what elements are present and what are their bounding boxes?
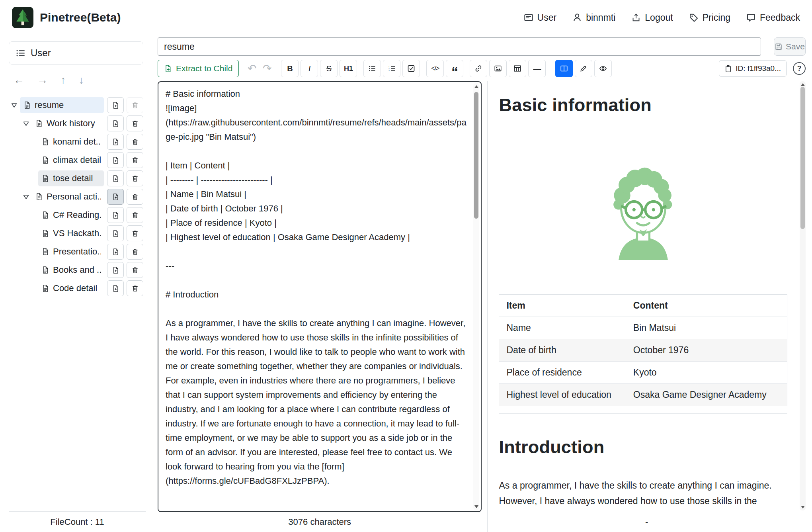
add-child-file-button[interactable] [107, 225, 124, 241]
tree-item-label: Code detail [53, 283, 97, 293]
app-root: Pinetree(Beta) User binnmti Logout Prici… [0, 0, 812, 532]
add-child-file-button[interactable] [107, 207, 124, 223]
nav-forward-button[interactable]: → [37, 74, 48, 86]
nav-feedback[interactable]: Feedback [746, 12, 800, 23]
editor-toolbar: Extract to Child ↶ ↷ B I S H1 </> [158, 60, 806, 77]
preview-scrollbar[interactable] [800, 81, 806, 510]
horizontal-rule-button[interactable]: — [528, 60, 546, 77]
format-group: B I S H1 [281, 60, 357, 77]
table-button[interactable] [509, 60, 526, 77]
save-button[interactable]: Save [774, 37, 806, 56]
nav-down-button[interactable]: ↓ [79, 74, 84, 86]
delete-file-button[interactable] [127, 134, 143, 150]
nav-back-button[interactable]: ← [14, 74, 24, 86]
extract-to-child-label: Extract to Child [176, 64, 232, 73]
tree-item[interactable]: Work history [9, 114, 150, 133]
trash-icon [131, 285, 139, 292]
editor-scrollbar[interactable] [473, 83, 479, 510]
delete-file-button[interactable] [127, 189, 143, 205]
document-title-input[interactable] [158, 37, 761, 56]
split-view-toggle[interactable] [555, 60, 573, 77]
sidebar-user-box[interactable]: User [9, 41, 143, 65]
title-row: Save [158, 37, 806, 56]
add-child-file-button[interactable] [107, 244, 124, 260]
trash-icon [131, 266, 139, 274]
link-button[interactable] [470, 60, 487, 77]
file-plus-icon [112, 175, 119, 182]
scrollbar-thumb[interactable] [800, 87, 805, 229]
add-child-file-button[interactable] [107, 189, 124, 205]
add-child-file-button[interactable] [107, 262, 124, 278]
table-cell: Place of residence [499, 362, 626, 384]
delete-file-button[interactable] [127, 207, 143, 223]
nav-pricing[interactable]: Pricing [689, 12, 730, 23]
add-child-file-button[interactable] [107, 280, 124, 296]
strikethrough-button[interactable]: S [320, 60, 338, 77]
caret-down-icon[interactable] [22, 120, 30, 127]
file-export-icon [164, 65, 172, 72]
tree-item[interactable]: Code detail [9, 279, 150, 297]
undo-button[interactable]: ↶ [244, 60, 260, 77]
markdown-editor[interactable]: # Basic information ![image] (https://ra… [158, 81, 482, 512]
add-child-file-button[interactable] [107, 97, 124, 113]
bullet-list-button[interactable] [363, 60, 381, 77]
tree-item-active[interactable]: tose detail [9, 169, 150, 188]
tree-item-label: Personal acti... [47, 192, 101, 202]
tree-nav-arrows: ← → ↑ ↓ [14, 74, 150, 86]
help-button[interactable]: ? [793, 62, 806, 75]
nav-account[interactable]: binnmti [572, 12, 615, 23]
scroll-down-arrow[interactable] [474, 505, 478, 508]
delete-file-button[interactable] [127, 170, 143, 186]
caret-down-icon[interactable] [22, 193, 30, 201]
scroll-down-arrow[interactable] [801, 506, 805, 509]
add-child-file-button[interactable] [107, 152, 124, 168]
tree-item[interactable]: VS Hackath... [9, 224, 150, 243]
heading-button[interactable]: H1 [340, 60, 357, 77]
delete-file-button[interactable] [127, 97, 143, 113]
split-panes: # Basic information ![image] (https://ra… [158, 81, 806, 532]
tree-item[interactable]: Presentatio... [9, 243, 150, 261]
code-button[interactable]: </> [426, 60, 444, 77]
nav-user[interactable]: User [524, 12, 557, 23]
add-child-file-button[interactable] [107, 170, 124, 186]
edit-view-toggle[interactable] [575, 60, 592, 77]
file-icon [41, 211, 49, 219]
image-button[interactable] [489, 60, 507, 77]
nav-user-label: User [537, 12, 557, 23]
document-id-button[interactable]: ID: f1ff93a0... [719, 60, 787, 77]
avatar-wrap [499, 157, 787, 260]
extract-to-child-button[interactable]: Extract to Child [158, 60, 239, 77]
italic-button[interactable]: I [301, 60, 318, 77]
add-child-file-button[interactable] [107, 134, 124, 150]
delete-file-button[interactable] [127, 280, 143, 296]
preview-view-toggle[interactable] [594, 60, 612, 77]
nav-up-button[interactable]: ↑ [61, 74, 66, 86]
delete-file-button[interactable] [127, 244, 143, 260]
caret-down-icon[interactable] [10, 102, 18, 109]
trash-icon [131, 102, 139, 109]
delete-file-button[interactable] [127, 262, 143, 278]
delete-file-button[interactable] [127, 115, 143, 131]
nav-logout[interactable]: Logout [631, 12, 673, 23]
table-cell: Bin Matsui [626, 317, 787, 339]
tree-item[interactable]: climax detail [9, 151, 150, 169]
tree-item[interactable]: Personal acti... [9, 188, 150, 206]
bold-button[interactable]: B [281, 60, 299, 77]
tree-item[interactable]: resume [9, 96, 150, 114]
delete-file-button[interactable] [127, 225, 143, 241]
scrollbar-thumb[interactable] [474, 92, 478, 219]
delete-file-button[interactable] [127, 152, 143, 168]
tree-item[interactable]: Books and ... [9, 261, 150, 279]
redo-button[interactable]: ↷ [260, 60, 275, 77]
header: Pinetree(Beta) User binnmti Logout Prici… [0, 0, 812, 35]
add-child-file-button[interactable] [107, 115, 124, 131]
checklist-button[interactable] [402, 60, 420, 77]
table-cell: Osaka Game Designer Academy [626, 384, 787, 406]
ordered-list-button[interactable] [383, 60, 400, 77]
scroll-up-arrow[interactable] [474, 85, 478, 88]
scroll-up-arrow[interactable] [801, 83, 805, 86]
tree-item[interactable]: C# Reading... [9, 206, 150, 224]
blockquote-button[interactable]: “ [446, 60, 463, 77]
tree-item[interactable]: konami det... [9, 133, 150, 151]
tree-item-label: resume [35, 100, 64, 110]
